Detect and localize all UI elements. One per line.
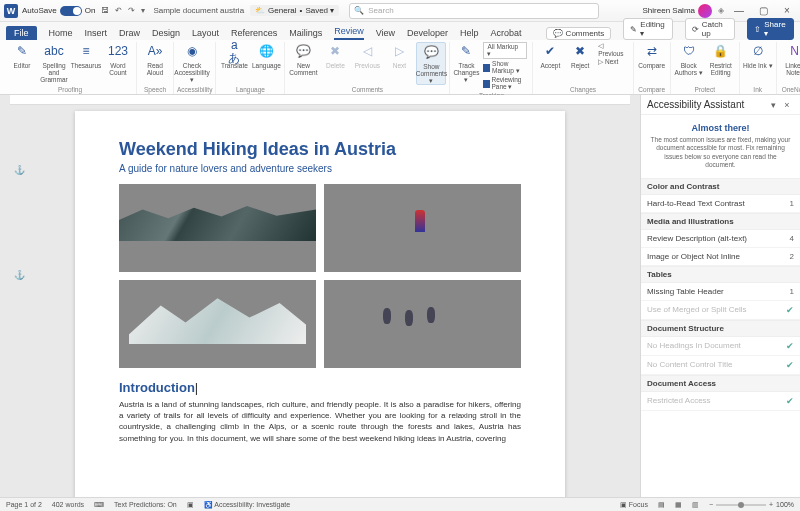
wordcount-button[interactable]: 123Word Count xyxy=(103,42,133,76)
view-print-icon[interactable]: ▤ xyxy=(658,501,665,509)
tab-help[interactable]: Help xyxy=(460,28,479,40)
language-icon[interactable]: ⌨ xyxy=(94,501,104,509)
search-icon: 🔍 xyxy=(354,6,364,15)
document-page[interactable]: Weekend Hiking Ideas in Austria A guide … xyxy=(75,111,565,497)
pane-issue-row[interactable]: Image or Object Not Inline2 xyxy=(641,248,800,266)
accessibility-assistant-pane: Accessibility Assistant ▾ × Almost there… xyxy=(640,95,800,497)
qat-more-icon[interactable]: ▾ xyxy=(141,6,145,15)
pane-issue-row[interactable]: Hard-to-Read Text Contrast1 xyxy=(641,195,800,213)
tab-mailings[interactable]: Mailings xyxy=(289,28,322,40)
readaloud-button[interactable]: A»Read Aloud xyxy=(140,42,170,76)
pane-issue-row: No Headings In Document✔ xyxy=(641,337,800,356)
ribbon-option[interactable]: ◁ Previous xyxy=(596,42,630,57)
checka11y-icon: ◉ xyxy=(184,44,200,60)
previous-button[interactable]: ◁Previous xyxy=(352,42,382,69)
comments-button[interactable]: 💬 Comments xyxy=(546,27,612,40)
pane-issue-row[interactable]: Review Description (alt-text)4 xyxy=(641,230,800,248)
tab-design[interactable]: Design xyxy=(152,28,180,40)
accept-button[interactable]: ✔Accept xyxy=(536,42,564,69)
window-minimize-button[interactable]: — xyxy=(730,5,748,16)
delete-button[interactable]: ✖Delete xyxy=(320,42,350,69)
editor-button[interactable]: ✎Editor xyxy=(7,42,37,69)
reject-button[interactable]: ✖Reject xyxy=(566,42,594,69)
checka11y-button[interactable]: ◉Check Accessibility ▾ xyxy=(177,42,207,83)
view-read-icon[interactable]: ▥ xyxy=(692,501,699,509)
undo-icon[interactable]: ↶ xyxy=(115,6,122,15)
ribbon-group-label: Changes xyxy=(536,85,629,94)
translate-button[interactable]: aあTranslate xyxy=(219,42,249,69)
language-button[interactable]: 🌐Language xyxy=(251,42,281,69)
catchup-button[interactable]: ⟳ Catch up xyxy=(685,18,736,40)
window-close-button[interactable]: × xyxy=(778,5,796,16)
zoom-slider[interactable] xyxy=(716,504,766,506)
editing-button[interactable]: ✎ Editing ▾ xyxy=(623,18,672,40)
ribbon-option[interactable]: ▷ Next xyxy=(596,58,630,66)
tab-acrobat[interactable]: Acrobat xyxy=(491,28,522,40)
doc-image-mountains-legs[interactable] xyxy=(119,184,316,272)
autosave-toggle[interactable]: AutoSave On xyxy=(22,6,95,16)
pane-section-header: Color and Contrast xyxy=(641,179,800,195)
page-indicator[interactable]: Page 1 of 2 xyxy=(6,501,42,508)
tab-layout[interactable]: Layout xyxy=(192,28,219,40)
word-count-indicator[interactable]: 402 words xyxy=(52,501,84,508)
doc-image-snow-peaks[interactable] xyxy=(119,280,316,368)
view-web-icon[interactable]: ▦ xyxy=(675,501,682,509)
user-account[interactable]: Shireen Salma xyxy=(643,4,712,18)
ribbon-group-label: Compare xyxy=(637,85,667,94)
tab-home[interactable]: Home xyxy=(49,28,73,40)
ribbon-group-label: Comments xyxy=(288,85,446,94)
zoom-in-icon[interactable]: + xyxy=(769,501,773,508)
doc-image-hikers-ridge[interactable] xyxy=(324,280,521,368)
zoom-out-icon[interactable]: − xyxy=(709,501,713,508)
zoom-control[interactable]: − + 100% xyxy=(709,501,794,508)
pane-dropdown-icon[interactable]: ▾ xyxy=(766,100,780,110)
status-bar: Page 1 of 2 402 words ⌨ Text Predictions… xyxy=(0,497,800,511)
doc-image-hiker-backpack[interactable] xyxy=(324,184,521,272)
focus-mode-button[interactable]: ▣ Focus xyxy=(620,501,648,509)
tab-developer[interactable]: Developer xyxy=(407,28,448,40)
editor-icon: ✎ xyxy=(14,44,30,60)
pane-title: Accessibility Assistant xyxy=(647,99,766,110)
tab-insert[interactable]: Insert xyxy=(85,28,108,40)
share-button[interactable]: ⇧ Share ▾ xyxy=(747,18,794,40)
ribbon-group-label: Proofing xyxy=(7,85,133,94)
trackchanges-button[interactable]: ✎Track Changes ▾ xyxy=(453,42,479,83)
tab-file[interactable]: File xyxy=(6,26,37,40)
pane-section-header: Media and Illustrations xyxy=(641,214,800,230)
redo-icon[interactable]: ↷ xyxy=(128,6,135,15)
ribbon-option[interactable]: Reviewing Pane ▾ xyxy=(481,76,529,91)
restrict-button[interactable]: 🔒Restrict Editing xyxy=(706,42,736,76)
ribbon-option[interactable]: Show Markup ▾ xyxy=(481,60,529,75)
newcomment-icon: 💬 xyxy=(295,44,311,60)
newcomment-button[interactable]: 💬New Comment xyxy=(288,42,318,76)
pane-issue-row: Use of Merged or Split Cells✔ xyxy=(641,301,800,320)
text-predictions-indicator[interactable]: Text Predictions: On xyxy=(114,501,177,508)
save-icon[interactable]: 🖫 xyxy=(101,6,109,15)
search-input[interactable]: 🔍 Search xyxy=(349,3,599,19)
pane-section-header: Document Access xyxy=(641,376,800,392)
save-status[interactable]: ⛅ General•Saved ▾ xyxy=(250,5,339,16)
hideink-icon: ∅ xyxy=(750,44,766,60)
document-name[interactable]: Sample document austria xyxy=(153,6,244,15)
spelling-button[interactable]: abcSpelling and Grammar xyxy=(39,42,69,83)
window-maximize-button[interactable]: ▢ xyxy=(754,5,772,16)
diamond-icon[interactable]: ◈ xyxy=(718,6,724,15)
tab-draw[interactable]: Draw xyxy=(119,28,140,40)
accessibility-status[interactable]: ♿ Accessibility: Investigate xyxy=(204,501,290,509)
pane-issue-row[interactable]: Missing Table Header1 xyxy=(641,283,800,301)
image-grid xyxy=(119,184,521,368)
readaloud-icon: A» xyxy=(147,44,163,60)
blockauthors-button[interactable]: 🛡Block Authors ▾ xyxy=(674,42,704,76)
tab-view[interactable]: View xyxy=(376,28,395,40)
horizontal-ruler[interactable] xyxy=(10,95,630,105)
hideink-button[interactable]: ∅Hide Ink ▾ xyxy=(743,42,773,69)
compare-button[interactable]: ⇄Compare xyxy=(637,42,667,69)
thesaurus-button[interactable]: ≡Thesaurus xyxy=(71,42,101,69)
onenote-button[interactable]: NLinked Notes xyxy=(780,42,800,76)
showcomments-button[interactable]: 💬Show Comments ▾ xyxy=(416,42,446,85)
tab-review[interactable]: Review xyxy=(334,26,364,40)
pane-close-button[interactable]: × xyxy=(780,100,794,110)
ribbon-option[interactable]: All Markup ▾ xyxy=(481,42,529,59)
macro-icon[interactable]: ▣ xyxy=(187,501,194,509)
next-button[interactable]: ▷Next xyxy=(384,42,414,69)
